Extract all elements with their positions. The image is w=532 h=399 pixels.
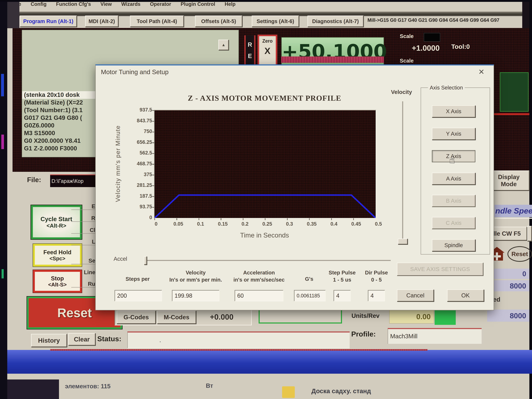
y-axis-button[interactable]: Y Axis bbox=[432, 128, 475, 140]
step-pulse-label-2: 1 - 5 us bbox=[333, 277, 351, 283]
dir-pulse-label-2: 0 - 5 bbox=[371, 277, 382, 283]
menu-item-config[interactable]: Config bbox=[31, 1, 46, 7]
photo-left-edge bbox=[0, 0, 7, 399]
x-tick: 0.1 bbox=[193, 221, 208, 228]
status-label: Status: bbox=[97, 335, 121, 343]
menu-item-help[interactable]: Help bbox=[225, 1, 235, 7]
reset-label: Reset bbox=[57, 306, 92, 320]
a-axis-button[interactable]: A Axis bbox=[432, 173, 475, 185]
gcodes-button[interactable]: G-Codes bbox=[117, 310, 156, 324]
hidden-button-fragment[interactable]: Ru bbox=[71, 281, 95, 287]
accel-slider-track[interactable] bbox=[144, 260, 391, 261]
blue-bar-red-stripe bbox=[50, 349, 428, 351]
display-mode-line1: Display bbox=[498, 173, 519, 181]
x-tick: 0 bbox=[149, 221, 163, 228]
tab-diagnostics[interactable]: Diagnostics (Alt-7) bbox=[307, 16, 363, 27]
profile-label: Profile: bbox=[351, 330, 376, 338]
scale-value[interactable]: +1.0000 bbox=[399, 44, 440, 52]
scroll-up-icon: ▲ bbox=[222, 43, 226, 47]
ok-button[interactable]: OK bbox=[447, 289, 484, 302]
taskbar-text-fragment: Вт bbox=[206, 382, 213, 389]
gs-input[interactable] bbox=[294, 290, 326, 301]
spindle-reset-button[interactable]: Reset bbox=[507, 246, 532, 262]
menu-item-operator[interactable]: Operator bbox=[150, 1, 171, 7]
menu-item-function-cfgs[interactable]: Function Cfg's bbox=[56, 1, 91, 7]
velocity-input[interactable] bbox=[172, 290, 219, 301]
spindle-speed-dro: 8000 bbox=[487, 310, 529, 322]
step-pulse-input[interactable] bbox=[334, 290, 351, 301]
units-rev-value[interactable]: 0.00 bbox=[389, 310, 434, 323]
tab-offsets[interactable]: Offsets (Alt-5) bbox=[195, 16, 242, 27]
feed-hold-key: <Spc> bbox=[50, 256, 65, 261]
menu-item-view[interactable]: View bbox=[100, 1, 112, 7]
acceleration-input[interactable] bbox=[234, 290, 283, 301]
velocity-slider-thumb[interactable] bbox=[398, 239, 408, 244]
status-field[interactable]: . bbox=[127, 331, 350, 348]
folder-icon[interactable] bbox=[282, 386, 295, 398]
b-axis-button: B Axis bbox=[432, 195, 475, 207]
spindle-header-underline bbox=[494, 218, 532, 219]
mcodes-button[interactable]: M-Codes bbox=[157, 310, 196, 324]
toolpath-display[interactable] bbox=[500, 72, 529, 112]
x-axis-button[interactable]: X Axis bbox=[432, 105, 475, 117]
tab-tool-path[interactable]: Tool Path (Alt-4) bbox=[130, 16, 184, 27]
cycle-start-label: Cycle Start bbox=[40, 215, 72, 223]
save-axis-settings-button: SAVE AXIS SETTINGS bbox=[397, 263, 483, 276]
hidden-button-fragment[interactable]: Line bbox=[71, 269, 95, 276]
cancel-button[interactable]: Cancel bbox=[397, 289, 434, 302]
hidden-button-fragment[interactable]: E bbox=[71, 203, 95, 210]
x-tick: 0.35 bbox=[304, 221, 319, 228]
velocity-slider-label: Velocity bbox=[391, 89, 412, 95]
tab-settings[interactable]: Settings (Alt-6) bbox=[252, 16, 299, 27]
velocity-slider-track[interactable] bbox=[402, 101, 404, 245]
axis-selection-legend: Axis Selection bbox=[428, 85, 465, 91]
file-path-field[interactable]: D:\Гараж\Кор bbox=[50, 174, 95, 187]
dir-pulse-input[interactable] bbox=[368, 290, 385, 301]
menu-item-plugin-control[interactable]: Plugin Control bbox=[181, 1, 215, 7]
x-tick: 0.25 bbox=[260, 221, 275, 228]
tab-program-run[interactable]: Program Run (Alt-1) bbox=[20, 16, 77, 27]
y-tick: 375 bbox=[144, 172, 152, 177]
taskbar-doc-title[interactable]: Доска садху. станд bbox=[311, 387, 371, 395]
display-mode-button[interactable]: Display Mode bbox=[488, 171, 529, 190]
taskbar-dark-block bbox=[7, 380, 59, 399]
hidden-button-fragment[interactable]: Se bbox=[71, 258, 95, 264]
c-axis-button-label: C Axis bbox=[446, 220, 461, 226]
dialog-title: Motor Tuning and Setup bbox=[101, 68, 169, 76]
profile-field[interactable]: Mach3Mill bbox=[388, 328, 481, 344]
taskbar-elements-count: элементов: 115 bbox=[65, 383, 111, 390]
x-tick-marks bbox=[154, 218, 375, 220]
y-tick-marks bbox=[152, 110, 154, 218]
gcode-scroll-up-button[interactable]: ▲ bbox=[218, 40, 229, 50]
cycle-start-button[interactable]: Cycle Start <Alt-R> bbox=[31, 205, 82, 239]
y-axis-title: Velocity mm's per Minute bbox=[114, 125, 121, 202]
file-label: File: bbox=[27, 176, 41, 184]
velocity-curve-line bbox=[155, 195, 376, 218]
tab-diagnostics-label: Diagnostics (Alt-7) bbox=[312, 18, 359, 24]
steps-per-input[interactable] bbox=[114, 290, 162, 301]
y-tick: 562.5 bbox=[139, 150, 152, 156]
chart-title: Z - AXIS MOTOR MOVEMENT PROFILE bbox=[188, 94, 341, 102]
step-pulse-label-1: Step Pulse bbox=[329, 270, 356, 276]
hidden-button-fragment[interactable]: L bbox=[71, 239, 95, 245]
spindle-cw-spinner[interactable] bbox=[527, 226, 532, 241]
chart-plot-area bbox=[154, 110, 376, 219]
tab-mdi[interactable]: MDI (Alt-2) bbox=[85, 16, 118, 27]
y-tick: 750 bbox=[144, 128, 152, 134]
clear-status-button[interactable]: Clear bbox=[68, 333, 95, 345]
scale-led-box bbox=[424, 33, 440, 42]
accel-slider-label: Accel bbox=[114, 256, 127, 262]
spindle-button[interactable]: Spindle bbox=[432, 239, 475, 251]
tool-number-label: Tool:0 bbox=[451, 43, 470, 50]
hidden-button-fragment[interactable]: Cl bbox=[71, 227, 95, 234]
close-icon[interactable]: ✕ bbox=[478, 68, 485, 76]
photo-corner-top-right bbox=[522, 2, 529, 28]
photo-corner-top-left bbox=[7, 2, 19, 28]
toolpath-red-line bbox=[494, 113, 529, 115]
x-axis-tick-labels: 0 0.05 0.1 0.15 0.2 0.25 0.3 0.35 0.4 0.… bbox=[149, 221, 386, 228]
accel-slider-thumb[interactable] bbox=[144, 256, 147, 265]
motor-tuning-dialog: Motor Tuning and Setup ✕ Z - AXIS MOTOR … bbox=[95, 64, 494, 310]
menu-item-wizards[interactable]: Wizards bbox=[121, 1, 140, 7]
hidden-button-fragment[interactable]: R bbox=[71, 215, 95, 222]
history-button[interactable]: History bbox=[31, 334, 67, 347]
